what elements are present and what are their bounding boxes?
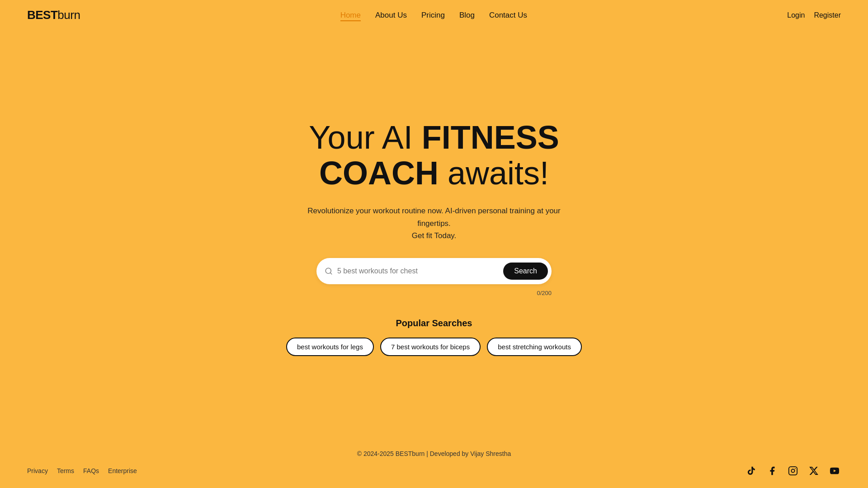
search-bar: Search <box>316 258 552 284</box>
footer: © 2024-2025 BESTburn | Developed by Vija… <box>0 436 868 488</box>
nav-pricing[interactable]: Pricing <box>421 11 445 19</box>
tiktok-icon[interactable] <box>745 465 758 477</box>
login-link[interactable]: Login <box>787 11 805 19</box>
popular-tag-legs[interactable]: best workouts for legs <box>286 338 374 356</box>
hero-title-bold1: FITNESS <box>422 119 559 155</box>
popular-tag-stretching[interactable]: best stretching workouts <box>487 338 582 356</box>
instagram-icon[interactable] <box>787 465 799 477</box>
navbar: BESTburn Home About Us Pricing Blog Cont… <box>0 0 868 30</box>
nav-auth: Login Register <box>787 11 841 19</box>
svg-rect-2 <box>789 467 797 475</box>
youtube-icon[interactable] <box>828 465 841 477</box>
twitter-icon[interactable] <box>807 465 820 477</box>
footer-bottom: Privacy Terms FAQs Enterprise <box>27 465 841 477</box>
popular-section: Popular Searches best workouts for legs … <box>286 318 582 356</box>
facebook-icon[interactable] <box>766 465 778 477</box>
hero-title-normal1: Your AI <box>309 119 422 155</box>
brand-logo[interactable]: BESTburn <box>27 8 80 22</box>
footer-copyright: © 2024-2025 BESTburn | Developed by Vija… <box>357 450 511 457</box>
nav-blog[interactable]: Blog <box>459 11 475 19</box>
hero-section: Your AI FITNESS COACH awaits! Revolution… <box>0 30 868 436</box>
search-container: Search <box>316 258 552 284</box>
popular-tag-biceps[interactable]: 7 best workouts for biceps <box>380 338 481 356</box>
nav-contact[interactable]: Contact Us <box>489 11 527 19</box>
brand-logo-best: BEST <box>27 8 57 22</box>
search-counter: 0/200 <box>316 290 552 296</box>
nav-links: Home About Us Pricing Blog Contact Us <box>340 11 527 20</box>
hero-title-line2: COACH awaits! <box>319 155 549 191</box>
hero-title-line1: Your AI FITNESS <box>309 120 559 155</box>
search-button[interactable]: Search <box>503 263 548 280</box>
hero-subtitle: Revolutionize your workout routine now. … <box>298 205 570 242</box>
hero-subtitle-line1: Revolutionize your workout routine now. … <box>307 206 560 227</box>
search-input[interactable] <box>337 267 503 275</box>
footer-links: Privacy Terms FAQs Enterprise <box>27 467 137 475</box>
popular-title: Popular Searches <box>396 318 472 328</box>
footer-link-enterprise[interactable]: Enterprise <box>108 467 137 474</box>
brand-logo-burn: burn <box>57 8 80 22</box>
nav-home[interactable]: Home <box>340 11 361 21</box>
nav-about[interactable]: About Us <box>375 11 407 19</box>
footer-link-terms[interactable]: Terms <box>57 467 74 474</box>
hero-title-bold2: COACH <box>319 155 439 191</box>
hero-title-normal2: awaits! <box>439 155 549 191</box>
footer-link-privacy[interactable]: Privacy <box>27 467 48 474</box>
search-icon <box>325 267 333 275</box>
register-link[interactable]: Register <box>814 11 841 19</box>
svg-line-1 <box>330 272 331 274</box>
popular-tags: best workouts for legs 7 best workouts f… <box>286 338 582 356</box>
hero-subtitle-line2: Get fit Today. <box>412 231 457 240</box>
footer-link-faqs[interactable]: FAQs <box>83 467 99 474</box>
footer-social <box>745 465 841 477</box>
